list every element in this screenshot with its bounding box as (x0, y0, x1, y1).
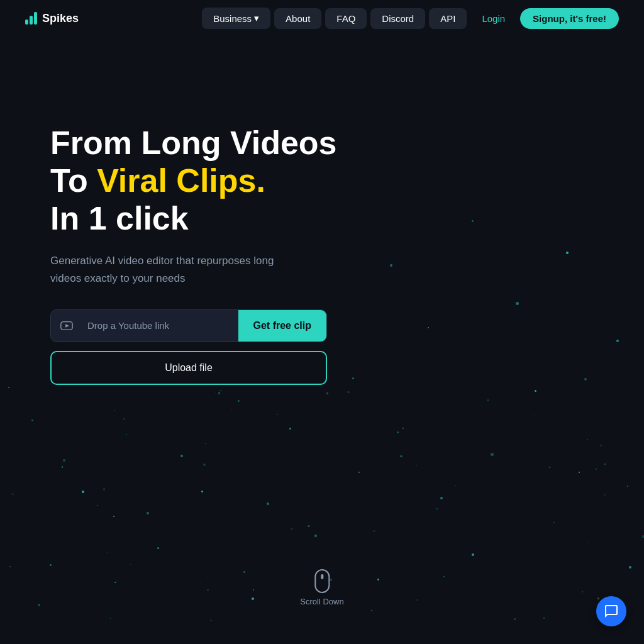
nav-links: Business ▾ About FAQ Discord API Login S… (202, 8, 619, 29)
hero-line2-prefix: To (50, 162, 97, 199)
youtube-input-row: Get free clip (50, 309, 327, 342)
nav-about-button[interactable]: About (274, 8, 321, 29)
chat-widget-button[interactable] (596, 596, 626, 626)
hero-subtitle: Generative AI video editor that repurpos… (50, 252, 302, 286)
nav-signup-button[interactable]: Signup, it's free! (520, 8, 619, 29)
logo-icon (25, 12, 37, 25)
hero-line3: In 1 click (50, 200, 189, 236)
get-free-clip-button[interactable]: Get free clip (238, 310, 326, 341)
svg-marker-1 (65, 324, 69, 328)
nav-faq-button[interactable]: FAQ (325, 8, 367, 29)
youtube-link-input[interactable] (82, 310, 238, 341)
nav-api-button[interactable]: API (429, 8, 467, 29)
nav-business-button[interactable]: Business ▾ (202, 8, 270, 29)
hero-line2-highlight: Viral Clips. (97, 162, 265, 199)
scroll-label: Scroll Down (300, 597, 343, 606)
hero-section: From Long Videos To Viral Clips. In 1 cl… (0, 36, 644, 385)
navbar: Spikes Business ▾ About FAQ Discord API … (0, 0, 644, 36)
chevron-down-icon: ▾ (254, 13, 259, 24)
youtube-icon (51, 319, 82, 333)
nav-login-button[interactable]: Login (470, 8, 516, 29)
upload-file-button[interactable]: Upload file (50, 351, 327, 385)
nav-discord-button[interactable]: Discord (370, 8, 425, 29)
scroll-down[interactable]: Scroll Down (300, 569, 343, 606)
hero-line1: From Long Videos (50, 125, 337, 161)
scroll-mouse-icon (314, 569, 330, 593)
hero-heading: From Long Videos To Viral Clips. In 1 cl… (50, 125, 594, 237)
logo-text: Spikes (42, 12, 79, 25)
logo[interactable]: Spikes (25, 12, 79, 25)
